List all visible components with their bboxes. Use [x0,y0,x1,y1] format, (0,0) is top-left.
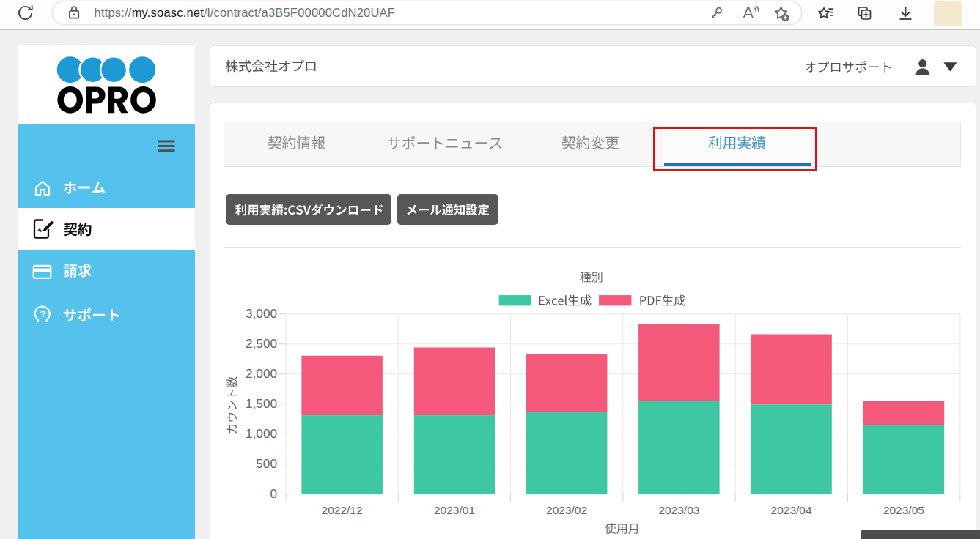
svg-text:0: 0 [270,486,277,501]
svg-text:?: ? [40,308,45,319]
svg-text:1,000: 1,000 [246,426,277,441]
svg-text:1,500: 1,500 [246,396,277,411]
svg-text:2023/05: 2023/05 [883,504,924,516]
svg-text:2023/01: 2023/01 [434,504,475,516]
svg-text:2023/04: 2023/04 [771,504,812,516]
svg-text:3,000: 3,000 [246,306,277,321]
svg-text:2023/03: 2023/03 [658,504,699,516]
svg-text:2,000: 2,000 [246,366,277,381]
svg-text:2022/12: 2022/12 [322,504,363,516]
svg-text:2023/02: 2023/02 [546,504,587,516]
svg-text:500: 500 [256,456,277,471]
svg-text:2,500: 2,500 [246,336,277,351]
